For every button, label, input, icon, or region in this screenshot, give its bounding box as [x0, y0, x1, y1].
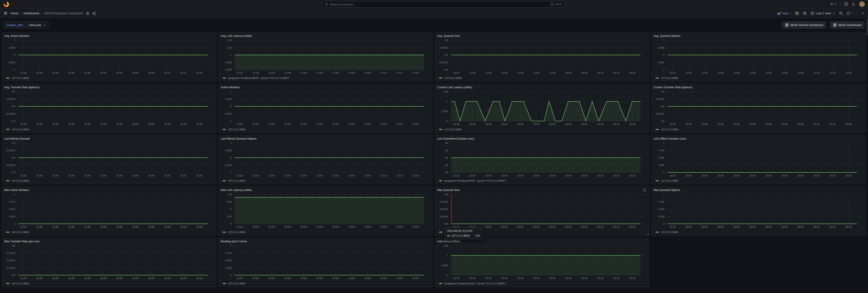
- panel-title[interactable]: Current Link Latency (millis): [437, 86, 472, 89]
- panel-title[interactable]: Max Queued Size: [437, 189, 460, 192]
- grafana-logo[interactable]: [3, 1, 9, 7]
- share-icon[interactable]: [92, 11, 96, 15]
- time-series-chart[interactable]: 10.7500.5000.250022:2522:3022:3522:4022:…: [654, 141, 863, 178]
- time-series-chart[interactable]: 1 B0.750 B0.500 B0.250 B0 B22:2522:3022:…: [437, 193, 647, 230]
- time-range-picker[interactable]: Last 1 hour: [810, 11, 835, 15]
- dashboard-panel: Active Workers 10.5000-0.500-122:2522:30…: [218, 84, 433, 133]
- time-series-chart[interactable]: 10.7500.5000.250022:2522:3022:3522:4022:…: [654, 193, 863, 230]
- panel-title[interactable]: Max Link Latency (millis): [221, 189, 252, 192]
- legend-series-label[interactable]: 127.0.0.1:9000: [228, 231, 245, 233]
- refresh-button[interactable]: [847, 11, 854, 15]
- svg-text:22:55: 22:55: [766, 123, 772, 126]
- variable-label[interactable]: scrape_jobs: [4, 21, 26, 29]
- menu-toggle-button[interactable]: [4, 11, 7, 15]
- add-panel-button[interactable]: Add: [777, 11, 791, 15]
- time-series-chart[interactable]: 1 B0.500 B0 B-0.500 B-1 B22:2522:3022:35…: [437, 38, 647, 75]
- time-series-chart[interactable]: 10.5000-0.500-122:2522:3022:3522:4022:45…: [4, 38, 214, 75]
- panel-title[interactable]: Current Transfer Rate (bytes/s): [654, 86, 692, 89]
- kebab-menu-icon[interactable]: [642, 188, 647, 192]
- svg-text:23:15: 23:15: [830, 123, 836, 126]
- panel-title[interactable]: Avg. Active Workers: [4, 34, 29, 38]
- panel-title[interactable]: Avg. Queued Size: [437, 34, 460, 38]
- svg-text:22:45: 22:45: [301, 174, 307, 177]
- panel-title[interactable]: Max Transfer Rate (per sec): [4, 240, 40, 243]
- search-bar[interactable]: ctrl+k: [322, 1, 564, 7]
- panel-legend: 127.0.0.1:9000: [437, 75, 647, 80]
- search-input[interactable]: [330, 3, 549, 6]
- time-series-chart[interactable]: 1.5010.500022:2522:3022:3522:4022:4522:5…: [437, 90, 647, 127]
- legend-series-label[interactable]: 127.0.0.1:9000: [444, 128, 462, 131]
- favorite-star-icon[interactable]: [86, 11, 89, 15]
- time-series-chart[interactable]: 10.7500.5000.250022:2522:3022:3522:4022:…: [4, 193, 214, 230]
- panel-title[interactable]: Active Workers: [221, 86, 240, 89]
- dashboard-panel: Link Online/Offline 1.5010.500022:2522:3…: [435, 237, 649, 287]
- legend-series-label[interactable]: 127.0.0.1:9000: [11, 282, 29, 285]
- panel-title[interactable]: Last Minute Queued Objects: [221, 137, 256, 140]
- legend-series-label[interactable]: 127.0.0.1:9000: [228, 128, 245, 131]
- time-series-chart[interactable]: 1.401.2010.8000.60022:2522:3022:3522:402…: [221, 38, 430, 75]
- time-series-chart[interactable]: 10.5000-0.500-122:2522:3022:3522:4022:45…: [221, 90, 430, 127]
- collapse-toolbar-button[interactable]: [862, 12, 864, 15]
- legend-series-label[interactable]: {endpoint="localhost:9010", server="127.…: [444, 282, 506, 285]
- svg-text:22:40: 22:40: [285, 174, 291, 177]
- legend-series-label[interactable]: 127.0.0.1:9000: [228, 180, 245, 182]
- time-series-chart[interactable]: 10.5000-0.500-122:2522:3022:3522:4022:45…: [654, 38, 863, 75]
- time-series-chart[interactable]: 1 B0.500 B0 B-0.500 B-1 B22:2522:3022:35…: [4, 90, 214, 127]
- help-button[interactable]: [844, 2, 848, 6]
- svg-text:1: 1: [663, 142, 664, 144]
- panel-title[interactable]: Avg. Transfer Rate (bytes/s): [4, 86, 39, 89]
- panel-legend: {endpoint="localhost:9010", server="127.…: [437, 178, 647, 183]
- save-dashboard-button[interactable]: [795, 11, 799, 15]
- minio-dashboard-link[interactable]: MinIO Dashboard: [830, 22, 864, 29]
- svg-text:22:25: 22:25: [20, 174, 27, 177]
- legend-series-color: [6, 129, 9, 130]
- user-avatar[interactable]: [859, 1, 865, 7]
- time-series-chart[interactable]: 10.7500.5000.250022:2522:3022:3522:4022:…: [221, 244, 430, 281]
- panel-legend: 127.0.0.1:9000: [4, 230, 214, 234]
- legend-series-label[interactable]: 127.0.0.1:9000: [661, 231, 678, 233]
- svg-text:22:55: 22:55: [116, 226, 122, 228]
- time-series-chart[interactable]: 1 B0.500 B0 B-0.500 B-1 B22:2522:3022:35…: [654, 90, 863, 127]
- variable-value-dropdown[interactable]: minio-job: [26, 21, 49, 29]
- svg-text:23:20: 23:20: [413, 226, 419, 228]
- breadcrumb-home[interactable]: Home: [11, 11, 19, 15]
- legend-series-label[interactable]: 127.0.0.1:9000: [661, 180, 678, 182]
- legend-series-label[interactable]: 127.0.0.1:9000: [11, 77, 29, 79]
- panel-title[interactable]: Avg. Queued Objects: [654, 34, 681, 38]
- time-series-chart[interactable]: 1 B0.500 B0 B-0.500 B-1 B22:2522:3022:35…: [4, 141, 214, 178]
- legend-series-label[interactable]: {endpoint="localhost:9010", server="127.…: [444, 180, 506, 182]
- panel-title[interactable]: Max Active Workers: [4, 189, 29, 192]
- time-series-chart[interactable]: 1.5010.500022:2522:3022:3522:4022:4522:5…: [437, 244, 647, 281]
- legend-series-label[interactable]: 127.0.0.1:9000: [228, 282, 245, 285]
- minio-bucket-dashboard-link[interactable]: MinIO Bucket Dashboard: [782, 22, 826, 29]
- time-series-chart[interactable]: 107.5052.50022:2522:3022:3522:4022:4522:…: [221, 193, 430, 230]
- legend-series-label[interactable]: 127.0.0.1:9000: [11, 180, 29, 182]
- panel-title[interactable]: Link Online/Offline: [437, 240, 460, 243]
- panel-title[interactable]: Max Queued Objects: [654, 189, 680, 192]
- legend-series-label[interactable]: 127.0.0.1:9000: [444, 77, 462, 79]
- legend-series-label[interactable]: 127.0.0.1:9000: [11, 231, 29, 233]
- resize-handle[interactable]: [647, 233, 649, 235]
- panel-title[interactable]: Last Minute Queued: [4, 137, 30, 140]
- legend-series-label[interactable]: 127.0.0.1:9000: [661, 128, 678, 131]
- legend-series-label[interactable]: {endpoint="localhost:9010", server="127.…: [228, 77, 289, 79]
- time-series-chart[interactable]: 1 B0.750 B0.500 B0.250 B0 B22:2522:3022:…: [4, 244, 214, 281]
- panel-title[interactable]: Backlog (last 5 mins): [221, 240, 247, 243]
- legend-series-label[interactable]: 127.0.0.1:9000: [661, 77, 678, 79]
- svg-text:22:25: 22:25: [20, 277, 27, 280]
- dashboard-settings-button[interactable]: [803, 11, 807, 15]
- time-series-chart[interactable]: 403530252022:2522:3022:3522:4022:4522:50…: [437, 141, 647, 178]
- new-item-button[interactable]: [830, 2, 837, 6]
- svg-text:-1: -1: [13, 68, 15, 71]
- time-series-chart[interactable]: 10.5000-0.500-122:2522:3022:3522:4022:45…: [221, 141, 430, 178]
- panel-title[interactable]: Link Offline Duration (sec): [654, 137, 686, 140]
- news-button[interactable]: [852, 2, 856, 6]
- panel-title[interactable]: Avg. Link Latency (millis): [221, 34, 252, 38]
- svg-text:22:40: 22:40: [68, 226, 74, 228]
- svg-text:0 B: 0 B: [661, 105, 664, 108]
- breadcrumb-dashboards[interactable]: Dashboards: [24, 11, 39, 15]
- zoom-out-button[interactable]: [839, 11, 843, 15]
- scrollbar-thumb[interactable]: [867, 19, 868, 35]
- legend-series-label[interactable]: 127.0.0.1:9000: [11, 128, 29, 131]
- panel-title[interactable]: Link Downtime Duration (sec): [437, 137, 474, 140]
